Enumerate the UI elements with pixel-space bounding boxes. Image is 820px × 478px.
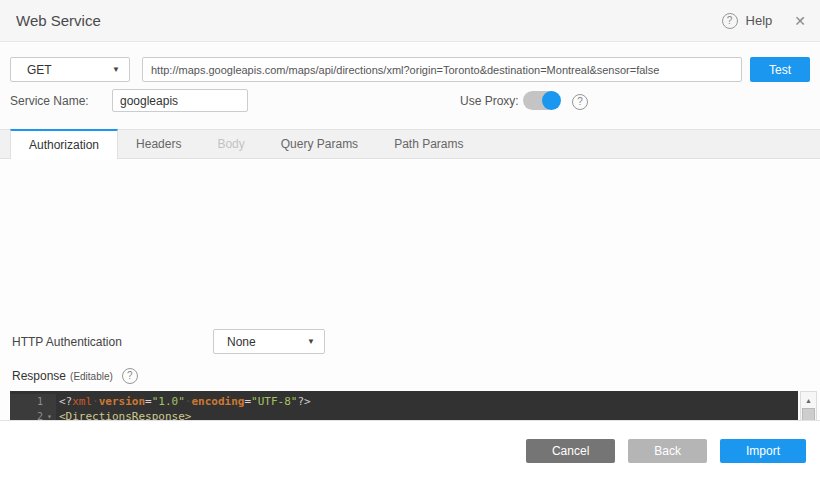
http-authentication-select[interactable]: None ▼ — [213, 329, 325, 354]
toggle-knob — [542, 91, 561, 110]
tab-body: Body — [199, 130, 262, 158]
method-select[interactable]: GET ▼ — [10, 57, 130, 82]
page-title: Web Service — [16, 12, 101, 29]
tab-content: HTTP Authentication None ▼ Response (Edi… — [0, 160, 820, 420]
response-label: Response — [12, 369, 66, 383]
request-section: GET ▼ Test Service Name: Use Proxy: ? — [0, 43, 820, 129]
scrollbar-up-icon[interactable]: ▲ — [801, 393, 816, 407]
use-proxy-toggle[interactable] — [523, 91, 560, 110]
response-header: Response (Editable) ? — [12, 368, 138, 384]
back-button[interactable]: Back — [628, 439, 707, 463]
tab-query-params[interactable]: Query Params — [263, 130, 376, 158]
chevron-down-icon: ▼ — [307, 337, 315, 346]
tab-authorization[interactable]: Authorization — [10, 129, 118, 159]
help-link[interactable]: Help — [746, 13, 773, 28]
tab-headers[interactable]: Headers — [118, 130, 199, 158]
use-proxy-label: Use Proxy: — [460, 94, 519, 108]
import-button[interactable]: Import — [720, 439, 806, 463]
http-authentication-label: HTTP Authentication — [12, 335, 122, 349]
web-service-dialog: Web Service ? Help ✕ GET ▼ Test Service … — [0, 0, 820, 478]
footer-buttons: CancelBackImport — [526, 439, 806, 463]
response-editable-label: (Editable) — [70, 371, 113, 382]
service-name-input[interactable] — [112, 89, 248, 112]
close-icon[interactable]: ✕ — [794, 13, 806, 29]
tab-path-params[interactable]: Path Params — [376, 130, 481, 158]
line-number: 1 — [10, 394, 56, 409]
header-actions: ? Help ✕ — [722, 13, 806, 29]
cancel-button[interactable]: Cancel — [526, 439, 615, 463]
response-help-icon[interactable]: ? — [122, 368, 138, 384]
test-button[interactable]: Test — [750, 57, 810, 82]
url-input[interactable] — [142, 57, 742, 82]
chevron-down-icon: ▼ — [112, 65, 120, 74]
tab-bar: AuthorizationHeadersBodyQuery ParamsPath… — [0, 129, 820, 159]
method-select-value: GET — [27, 63, 52, 77]
dialog-footer: CancelBackImport — [0, 420, 820, 478]
http-authentication-value: None — [227, 335, 256, 349]
proxy-help-icon[interactable]: ? — [572, 94, 588, 110]
dialog-header: Web Service ? Help ✕ — [0, 0, 820, 42]
help-icon[interactable]: ? — [722, 13, 738, 29]
code-line: 1<?xml·version="1.0"·encoding="UTF-8"?> — [10, 394, 798, 409]
service-name-label: Service Name: — [10, 94, 89, 108]
